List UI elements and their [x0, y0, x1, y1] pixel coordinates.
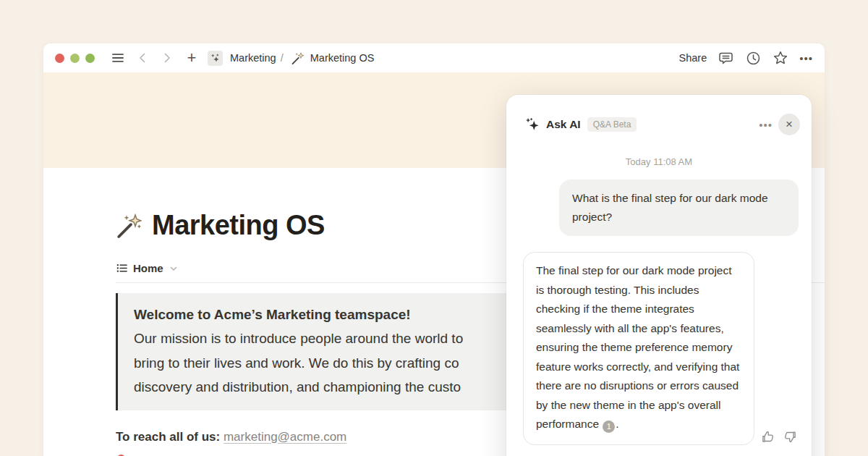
page-icon-wand[interactable]	[116, 213, 142, 239]
teamspace-icon[interactable]	[208, 51, 223, 66]
toolbar-more-button[interactable]: •••	[799, 52, 813, 64]
breadcrumb-team[interactable]: Marketing /	[230, 52, 285, 64]
hamburger-icon	[111, 51, 125, 65]
answer-period: .	[616, 418, 618, 430]
clock-icon	[746, 51, 761, 66]
star-icon	[773, 50, 788, 66]
window-zoom-button[interactable]	[85, 54, 95, 63]
thumbs-up-icon[interactable]	[761, 430, 775, 444]
comment-icon	[718, 51, 733, 66]
pushpin-icon	[116, 454, 127, 456]
updates-button[interactable]	[744, 49, 762, 67]
feedback-buttons	[761, 430, 797, 444]
window-controls	[55, 54, 95, 63]
ai-response-text: The final step for our dark mode project…	[536, 264, 739, 430]
contact-email-link[interactable]: marketing@acme.com	[224, 430, 346, 444]
contact-label: To reach all of us:	[116, 430, 220, 444]
tab-home-label: Home	[133, 262, 163, 274]
breadcrumb-page[interactable]: Marketing OS	[310, 52, 375, 64]
ask-ai-panel: Ask AI Q&A Beta ••• × Today 11:08 AM Wha…	[506, 95, 812, 456]
wand-icon	[291, 51, 305, 65]
citation-badge[interactable]: 1	[603, 421, 615, 433]
qa-beta-badge: Q&A Beta	[587, 117, 637, 132]
window-minimize-button[interactable]	[70, 54, 80, 63]
page-title: Marketing OS	[152, 210, 325, 241]
ai-sparkle-icon	[525, 117, 540, 132]
ask-ai-title: Ask AI	[546, 118, 581, 131]
panel-more-button[interactable]: •••	[759, 119, 773, 131]
close-icon[interactable]: ×	[778, 114, 800, 135]
plus-icon: +	[187, 50, 197, 66]
sidebar-menu-button[interactable]	[109, 49, 127, 67]
ai-response-bubble: The final step for our dark mode project…	[523, 252, 754, 445]
comments-button[interactable]	[717, 49, 734, 67]
chevron-left-icon	[136, 51, 149, 64]
favorite-button[interactable]	[772, 49, 789, 67]
list-view-icon	[116, 262, 128, 274]
nav-back-button[interactable]	[134, 49, 151, 67]
user-message-bubble: What is the final step for our dark mode…	[559, 180, 799, 236]
chevron-right-icon	[161, 51, 174, 64]
thumbs-down-icon[interactable]	[783, 430, 797, 444]
chat-date-label: Today 11:08 AM	[506, 156, 812, 167]
window-close-button[interactable]	[55, 54, 64, 63]
toolbar: + Marketing / Marketing OS Share	[43, 43, 825, 72]
nav-forward-button[interactable]	[158, 49, 176, 67]
page-link-label: 2023 Marketing strategy	[134, 454, 274, 456]
ask-ai-header: Ask AI Q&A Beta ••• ×	[506, 95, 812, 135]
chevron-down-icon	[169, 263, 179, 274]
new-page-button[interactable]: +	[183, 49, 200, 67]
share-button[interactable]: Share	[679, 52, 707, 64]
